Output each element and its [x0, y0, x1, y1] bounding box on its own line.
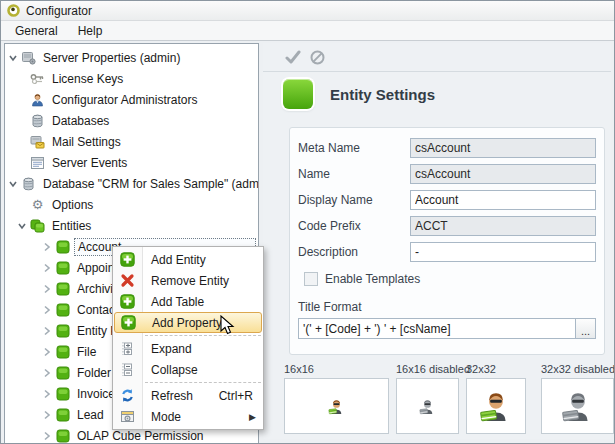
icon-preview-16-disabled: 16x16 disabled	[396, 363, 459, 434]
tree-item-label: Server Events	[49, 155, 130, 171]
title-bar: Configurator	[1, 1, 614, 21]
menu-item-label: Add Property	[152, 316, 222, 330]
menu-item-refresh[interactable]: Refresh Ctrl+R	[113, 385, 263, 406]
chevron-down-icon[interactable]	[7, 52, 19, 64]
description-label: Description	[298, 245, 410, 259]
entity-icon	[55, 345, 70, 359]
title-format-field[interactable]	[298, 318, 575, 339]
entity-person-32-icon	[479, 389, 513, 423]
enable-templates-checkbox[interactable]	[304, 272, 318, 286]
chevron-right-icon[interactable]	[41, 388, 53, 400]
add-icon	[120, 294, 135, 309]
code-prefix-field[interactable]	[410, 216, 596, 236]
chevron-right-icon[interactable]	[41, 367, 53, 379]
collapse-tree-icon	[120, 362, 135, 377]
tree-item-label: Configurator Administrators	[49, 92, 200, 108]
panel-header: Entity Settings	[263, 72, 611, 116]
add-icon	[120, 252, 135, 267]
apply-button[interactable]	[283, 48, 303, 66]
chevron-right-icon[interactable]	[41, 283, 53, 295]
form-row-display-name: Display Name	[298, 190, 596, 210]
description-field[interactable]	[410, 242, 596, 262]
expand-tree-icon	[120, 341, 135, 356]
chevron-down-icon[interactable]	[16, 220, 28, 232]
remove-icon	[120, 273, 135, 288]
icon-preview-label: 16x16 disabled	[396, 363, 459, 375]
icon-preview-32: 32x32	[466, 363, 526, 434]
keys-icon	[30, 72, 45, 86]
title-format-ellipsis-button[interactable]: ...	[575, 318, 596, 339]
menu-item-label: Refresh	[151, 389, 193, 403]
tree-item-label: Databases	[49, 113, 112, 129]
menu-item-collapse[interactable]: Collapse	[113, 359, 263, 380]
entity-icon	[55, 240, 70, 254]
menu-item-mode[interactable]: Mode ▶	[113, 406, 263, 427]
chevron-right-icon[interactable]	[41, 241, 53, 253]
menu-item-remove-entity[interactable]: Remove Entity	[113, 270, 263, 291]
chevron-right-icon[interactable]	[41, 304, 53, 316]
entity-icon	[55, 429, 70, 443]
tree-item-database-crm[interactable]: Database "CRM for Sales Sample" (admin)	[5, 173, 258, 194]
menu-help[interactable]: Help	[68, 22, 113, 40]
tree-item-databases[interactable]: Databases	[5, 110, 258, 131]
icon-preview-box	[284, 378, 389, 434]
menu-item-expand[interactable]: Expand	[113, 338, 263, 359]
tree-item-label: Lead	[74, 407, 107, 423]
menu-item-label: Mode	[151, 410, 181, 424]
entity-icon	[55, 366, 70, 380]
menu-item-add-entity[interactable]: Add Entity	[113, 249, 263, 270]
form-row-code-prefix: Code Prefix	[298, 216, 596, 236]
tree-item-mail-settings[interactable]: Mail Settings	[5, 131, 258, 152]
menu-bar: General Help	[1, 21, 614, 41]
menu-separator	[145, 335, 261, 336]
menu-item-add-property[interactable]: Add Property	[114, 312, 262, 333]
tree-item-license-keys[interactable]: License Keys	[5, 68, 258, 89]
menu-general[interactable]: General	[5, 22, 68, 40]
tree-item-label: Folder	[74, 365, 114, 381]
chevron-right-icon[interactable]	[41, 346, 53, 358]
tree-item-label: Entities	[49, 218, 94, 234]
menu-item-label: Collapse	[151, 363, 198, 377]
check-icon	[285, 50, 301, 64]
chevron-right-icon[interactable]	[41, 430, 53, 442]
tree-item-label: Database "CRM for Sales Sample" (admin)	[40, 176, 258, 192]
main-content: Server Properties (admin) License Keys C…	[1, 41, 614, 443]
menu-item-add-table[interactable]: Add Table	[113, 291, 263, 312]
app-logo-icon	[7, 4, 20, 17]
entity-icon	[55, 387, 70, 401]
display-name-label: Display Name	[298, 193, 410, 207]
tree-item-entities[interactable]: Entities	[5, 215, 258, 236]
menu-item-label: Expand	[151, 342, 192, 356]
chevron-down-icon[interactable]	[7, 178, 19, 190]
mouse-cursor	[217, 315, 235, 337]
entity-icon	[55, 261, 70, 275]
tree-item-options[interactable]: ⚙ Options	[5, 194, 258, 215]
display-name-field[interactable]	[410, 190, 596, 210]
chevron-right-icon[interactable]	[41, 262, 53, 274]
tree-item-label: License Keys	[49, 71, 126, 87]
admin-person-icon	[30, 93, 45, 107]
icon-preview-label: 16x16	[284, 363, 389, 375]
entity-person-32-disabled-icon	[561, 389, 595, 423]
tree-item-server-properties[interactable]: Server Properties (admin)	[5, 47, 258, 68]
tree-item-server-events[interactable]: Server Events	[5, 152, 258, 173]
entity-person-16-disabled-icon	[419, 398, 436, 415]
entity-settings-panel: Entity Settings Meta Name Name Display N…	[263, 43, 611, 439]
menu-separator	[145, 382, 261, 383]
tree-item-label: Server Properties (admin)	[40, 50, 183, 66]
chevron-right-icon[interactable]	[41, 409, 53, 421]
tree-item-configurator-administrators[interactable]: Configurator Administrators	[5, 89, 258, 110]
meta-name-field[interactable]	[410, 138, 596, 158]
icon-preview-label: 32x32 disabled	[541, 363, 614, 375]
meta-name-label: Meta Name	[298, 141, 410, 155]
title-format-row: ...	[298, 318, 596, 339]
database-icon	[21, 177, 36, 191]
cancel-button[interactable]	[307, 48, 327, 66]
panel-title: Entity Settings	[330, 86, 435, 103]
submenu-arrow-icon: ▶	[249, 412, 256, 422]
tree-item-label: Mail Settings	[49, 134, 124, 150]
chevron-right-icon[interactable]	[41, 325, 53, 337]
name-field[interactable]	[410, 164, 596, 184]
menu-item-label: Remove Entity	[151, 274, 229, 288]
form-row-name: Name	[298, 164, 596, 184]
